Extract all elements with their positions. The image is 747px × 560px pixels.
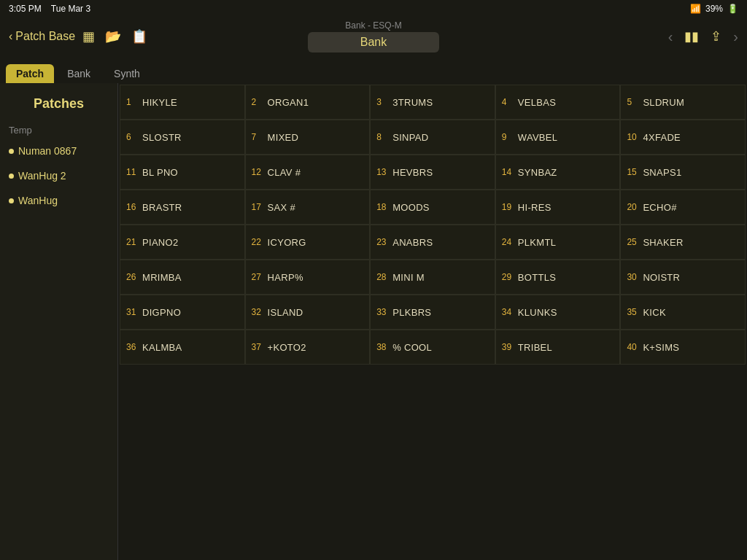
patch-number: 13 [376,167,390,177]
patch-number: 33 [376,307,390,317]
patch-cell[interactable]: 12CLAV # [245,155,371,190]
patch-number: 39 [502,342,515,352]
sidebar-item-label: Numan 0867 [18,145,77,157]
patch-name: ISLAND [268,307,303,318]
patch-cell[interactable]: 38% COOL [370,330,495,365]
patch-cell[interactable]: 36KALMBA [120,330,245,365]
battery-icon: 🔋 [727,4,738,14]
patch-cell[interactable]: 31DIGPNO [120,295,245,330]
patch-name: HEVBRS [392,167,433,178]
patch-name: PLKMTL [518,237,556,248]
patch-cell[interactable]: 2ORGAN1 [245,85,371,120]
patch-name: HARP% [268,272,303,283]
patch-name: SINPAD [392,132,428,143]
patch-cell[interactable]: 34KLUNKS [495,295,621,330]
patch-cell[interactable]: 9WAVBEL [495,120,621,155]
patch-cell[interactable]: 33PLKBRS [370,295,495,330]
tab-synth[interactable]: Synth [104,64,150,83]
patch-name: KALMBA [142,342,182,353]
patch-number: 23 [376,237,390,247]
patch-cell[interactable]: 32ISLAND [245,295,371,330]
patch-cell[interactable]: 15SNAPS1 [620,155,746,190]
patch-number: 7 [252,132,265,142]
bank-name-box[interactable]: Bank [308,32,439,52]
patch-name: PLKBRS [392,307,431,318]
sidebar-item-wanhug[interactable]: WanHug [0,188,117,213]
back-button[interactable]: ‹ Patch Base [9,30,75,43]
patch-cell[interactable]: 40K+SIMS [620,330,746,365]
window-icon[interactable]: ▦ [82,28,95,44]
sidebar-item-wanhug2[interactable]: WanHug 2 [0,163,117,188]
patch-cell[interactable]: 16BRASTR [120,190,245,225]
patch-cell[interactable]: 33TRUMS [370,85,495,120]
patch-cell[interactable]: 39TRIBEL [495,330,621,365]
patch-cell[interactable]: 26MRIMBA [120,260,245,295]
patch-cell[interactable]: 27HARP% [245,260,371,295]
patch-name: ANABRS [392,237,433,248]
patch-name: TRIBEL [518,342,552,353]
patch-number: 4 [502,97,515,107]
patch-cell[interactable]: 11BL PNO [120,155,245,190]
patch-number: 2 [252,97,265,107]
patch-cell[interactable]: 35KICK [620,295,746,330]
tab-patch[interactable]: Patch [6,64,54,83]
patch-name: BOTTLS [518,272,556,283]
patch-cell[interactable]: 17SAX # [245,190,371,225]
patch-cell[interactable]: 22ICYORG [245,225,371,260]
patch-number: 14 [502,167,515,177]
patch-cell[interactable]: 25SHAKER [620,225,746,260]
patch-number: 35 [627,307,640,317]
patch-number: 22 [252,237,265,247]
patch-name: MIXED [268,132,299,143]
patch-cell[interactable]: 6SLOSTR [120,120,245,155]
patch-cell[interactable]: 13HEVBRS [370,155,495,190]
next-arrow-icon[interactable]: › [733,28,738,45]
patch-number: 17 [252,202,265,212]
patch-name: DIGPNO [142,307,181,318]
patch-cell[interactable]: 24PLKMTL [495,225,621,260]
patch-cell[interactable]: 20ECHO# [620,190,746,225]
patch-cell[interactable]: 19HI-RES [495,190,621,225]
back-label: Patch Base [15,30,75,43]
patch-number: 31 [126,307,139,317]
patch-name: MINI M [392,272,425,283]
display-icon[interactable]: ▮▮ [684,28,699,44]
patch-name: ORGAN1 [268,97,309,108]
tab-bar: Patch Bank Synth [0,55,747,83]
patch-number: 40 [627,342,640,352]
patch-cell[interactable]: 23ANABRS [370,225,495,260]
patch-number: 21 [126,237,139,247]
patch-cell[interactable]: 30NOISTR [620,260,746,295]
patch-name: SLOSTR [142,132,182,143]
patch-cell[interactable]: 1HIKYLE [120,85,245,120]
patch-cell[interactable]: 28MINI M [370,260,495,295]
patch-cell[interactable]: 14SYNBAZ [495,155,621,190]
dot-icon [9,174,14,179]
share-icon[interactable]: ⇪ [711,28,721,44]
patch-cell[interactable]: 5SLDRUM [620,85,746,120]
patch-cell[interactable]: 8SINPAD [370,120,495,155]
patch-cell[interactable]: 18MOODS [370,190,495,225]
patch-number: 15 [627,167,640,177]
tab-bank[interactable]: Bank [57,64,101,83]
patch-cell[interactable]: 29BOTTLS [495,260,621,295]
patch-name: BRASTR [142,202,182,213]
patch-number: 29 [502,272,515,282]
patch-cell[interactable]: 104XFADE [620,120,746,155]
patch-name: +KOTO2 [268,342,306,353]
patch-number: 27 [252,272,265,282]
inbox-icon[interactable]: 📂 [105,28,121,44]
sidebar-title: Patches [0,89,117,122]
prev-arrow-icon[interactable]: ‹ [668,28,673,45]
sidebar-item-numan[interactable]: Numan 0867 [0,139,117,163]
dot-icon [9,198,14,203]
patch-number: 20 [627,202,640,212]
patch-number: 36 [126,342,139,352]
patch-number: 25 [627,237,640,247]
patch-cell[interactable]: 7MIXED [245,120,371,155]
patch-cell[interactable]: 21PIANO2 [120,225,245,260]
sidebar-item-label: WanHug 2 [18,170,66,182]
patch-cell[interactable]: 37+KOTO2 [245,330,371,365]
patch-cell[interactable]: 4VELBAS [495,85,621,120]
doc-copy-icon[interactable]: 📋 [131,28,147,44]
